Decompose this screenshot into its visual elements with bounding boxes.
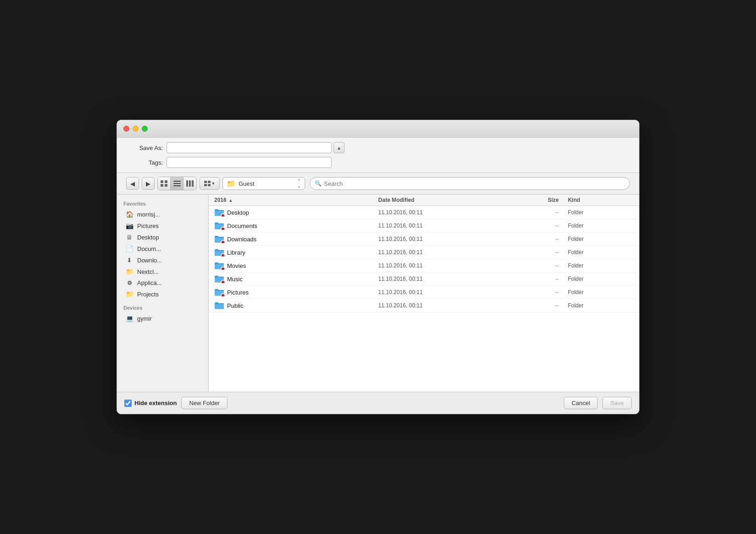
folder-icon [214,275,224,283]
forward-button[interactable]: ▶ [142,177,155,190]
table-row[interactable]: Documents 11.10.2016, 00:11 -- Folder [209,219,639,233]
cancel-button[interactable]: Cancel [564,397,598,409]
file-name-label: Downloads [227,236,256,243]
table-row[interactable]: Music 11.10.2016, 00:11 -- Folder [209,273,639,286]
grid-icon [161,180,168,187]
back-button[interactable]: ◀ [126,177,139,190]
sidebar-item-label-desktop: Desktop [137,234,159,241]
column-view-button[interactable] [183,177,196,190]
svg-rect-7 [186,180,188,187]
sidebar-item-label-pictures: Pictures [137,222,159,229]
hide-extension-wrapper: Hide extension [124,400,177,407]
file-kind-cell: Folder [568,262,634,269]
svg-point-20 [221,294,224,296]
search-icon: 🔍 [315,180,322,187]
sidebar-item-gymir[interactable]: 💻 gymir [119,313,206,324]
file-name-label: Library [227,249,245,256]
svg-point-14 [221,214,224,217]
sidebar-item-label-morrisj: morrisj... [137,211,160,218]
laptop-icon: 💻 [125,315,133,322]
sidebar-item-nextcloud[interactable]: 📁 Nextcl... [119,266,206,277]
column-headers: 2016 ▲ Date Modified Size Kind [209,195,639,206]
hide-extension-checkbox[interactable] [124,400,132,407]
arrange-icon [204,181,211,186]
table-row[interactable]: Downloads 11.10.2016, 00:11 -- Folder [209,233,639,246]
sidebar-item-documents[interactable]: 📄 Docum... [119,243,206,254]
close-button[interactable] [123,126,129,132]
file-name-cell: Desktop [214,208,378,217]
titlebar [117,120,639,138]
sidebar-item-desktop[interactable]: 🖥 Desktop [119,232,206,243]
sidebar-item-label-applications: Applica... [137,279,161,286]
file-date-cell: 11.10.2016, 00:11 [378,302,493,309]
file-name-label: Movies [227,262,246,269]
file-size-cell: -- [493,222,568,229]
folder-icon [214,288,224,296]
table-row[interactable]: Public 11.10.2016, 00:11 -- Folder [209,299,639,312]
desktop-icon: 🖥 [125,234,133,241]
file-kind-cell: Folder [568,249,634,256]
sidebar-item-pictures[interactable]: 📷 Pictures [119,220,206,231]
sidebar-item-downloads[interactable]: ⬇ Downlo... [119,255,206,266]
save-as-input[interactable] [167,142,332,153]
svg-rect-9 [192,180,194,187]
file-name-cell: Documents [214,222,378,230]
col-header-kind[interactable]: Kind [568,197,634,203]
sidebar-item-projects[interactable]: 📁 Projects [119,289,206,300]
file-size-cell: -- [493,209,568,216]
svg-point-16 [221,240,224,243]
file-size-cell: -- [493,289,568,295]
file-name-cell: Public [214,301,378,310]
folder-icon-wrapper [214,248,224,256]
sidebar-item-label-gymir: gymir [137,315,152,322]
sidebar: Favorites 🏠 morrisj... 📷 Pictures 🖥 Desk… [117,195,209,392]
tags-input[interactable] [167,157,332,168]
list-icon [173,180,181,187]
more-view-button[interactable]: ▼ [200,177,220,190]
search-bar[interactable]: 🔍 [310,177,630,190]
save-button[interactable]: Save [602,397,632,409]
folder-icon-wrapper [214,301,224,310]
file-rows-container: Desktop 11.10.2016, 00:11 -- Folder Docu… [209,206,639,312]
file-name-label: Pictures [227,289,249,296]
minimize-button[interactable] [133,126,139,132]
svg-rect-2 [161,184,163,187]
sidebar-item-morrisj[interactable]: 🏠 morrisj... [119,209,206,220]
folder-icon [214,222,224,230]
hide-extension-label[interactable]: Hide extension [134,400,177,406]
favorites-section-label: Favorites [117,199,208,208]
maximize-button[interactable] [142,126,148,132]
applications-icon: ⚙ [125,280,133,286]
devices-section-label: Devices [117,303,208,312]
expand-button[interactable]: ▲ [334,142,345,153]
col-header-size[interactable]: Size [493,197,568,203]
svg-rect-13 [208,184,211,186]
list-view-button[interactable] [171,177,183,190]
folder-icon [214,235,224,243]
icon-view-button[interactable] [158,177,171,190]
sidebar-item-label-projects: Projects [137,291,159,298]
svg-point-15 [221,227,224,230]
table-row[interactable]: Desktop 11.10.2016, 00:11 -- Folder [209,206,639,219]
file-date-cell: 11.10.2016, 00:11 [378,222,493,229]
location-selector[interactable]: 📁 Guest ⌃⌄ [222,177,305,190]
sidebar-item-applications[interactable]: ⚙ Applica... [119,278,206,288]
new-folder-button[interactable]: New Folder [181,397,227,409]
file-size-cell: -- [493,276,568,282]
folder-icon-wrapper [214,261,224,270]
col-header-date[interactable]: Date Modified [378,197,493,203]
statusbar: Hide extension New Folder Cancel Save [117,392,639,414]
file-list: 2016 ▲ Date Modified Size Kind [209,195,639,392]
camera-icon: 📷 [125,222,133,229]
svg-point-18 [221,267,224,270]
folder-icon [214,208,224,217]
table-row[interactable]: Movies 11.10.2016, 00:11 -- Folder [209,259,639,273]
svg-point-19 [221,280,224,283]
table-row[interactable]: Pictures 11.10.2016, 00:11 -- Folder [209,286,639,299]
folder-icon-wrapper [214,208,224,217]
col-header-name[interactable]: 2016 ▲ [214,197,378,203]
table-row[interactable]: Library 11.10.2016, 00:11 -- Folder [209,246,639,259]
folder-icon-wrapper [214,288,224,296]
svg-rect-6 [173,185,181,186]
search-input[interactable] [324,180,625,187]
